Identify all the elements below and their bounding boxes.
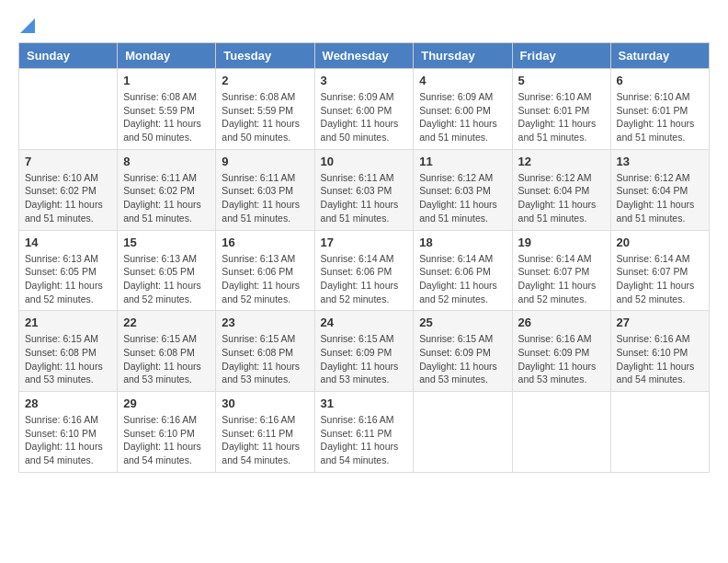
calendar-cell: 4Sunrise: 6:09 AM Sunset: 6:00 PM Daylig…: [414, 69, 512, 150]
calendar-cell: 22Sunrise: 6:15 AM Sunset: 6:08 PM Dayli…: [118, 311, 216, 392]
day-number: 5: [518, 74, 605, 87]
day-number: 26: [518, 316, 605, 329]
calendar-day-header: Wednesday: [314, 43, 414, 69]
calendar-cell: 27Sunrise: 6:16 AM Sunset: 6:10 PM Dayli…: [610, 311, 709, 392]
calendar-cell: [512, 392, 610, 473]
calendar-cell: 14Sunrise: 6:13 AM Sunset: 6:05 PM Dayli…: [19, 230, 118, 311]
day-info: Sunrise: 6:16 AM Sunset: 6:10 PM Dayligh…: [25, 413, 111, 467]
day-info: Sunrise: 6:13 AM Sunset: 6:05 PM Dayligh…: [25, 252, 111, 306]
day-info: Sunrise: 6:15 AM Sunset: 6:08 PM Dayligh…: [123, 332, 210, 386]
logo-arrow-icon: [20, 18, 35, 37]
calendar-cell: 12Sunrise: 6:12 AM Sunset: 6:04 PM Dayli…: [512, 149, 610, 230]
day-info: Sunrise: 6:10 AM Sunset: 6:01 PM Dayligh…: [518, 90, 605, 144]
header: [18, 18, 710, 33]
calendar-cell: 16Sunrise: 6:13 AM Sunset: 6:06 PM Dayli…: [216, 230, 314, 311]
calendar-day-header: Saturday: [610, 43, 709, 69]
calendar-cell: 19Sunrise: 6:14 AM Sunset: 6:07 PM Dayli…: [512, 230, 610, 311]
calendar-week-row: 28Sunrise: 6:16 AM Sunset: 6:10 PM Dayli…: [19, 392, 710, 473]
calendar-cell: 6Sunrise: 6:10 AM Sunset: 6:01 PM Daylig…: [610, 69, 709, 150]
day-info: Sunrise: 6:12 AM Sunset: 6:04 PM Dayligh…: [617, 171, 703, 225]
day-info: Sunrise: 6:15 AM Sunset: 6:08 PM Dayligh…: [222, 332, 308, 386]
day-number: 21: [25, 316, 111, 329]
day-info: Sunrise: 6:16 AM Sunset: 6:10 PM Dayligh…: [617, 332, 703, 386]
day-number: 1: [123, 74, 210, 87]
calendar-cell: 15Sunrise: 6:13 AM Sunset: 6:05 PM Dayli…: [118, 230, 216, 311]
day-info: Sunrise: 6:08 AM Sunset: 5:59 PM Dayligh…: [222, 90, 308, 144]
calendar-cell: 24Sunrise: 6:15 AM Sunset: 6:09 PM Dayli…: [314, 311, 414, 392]
calendar-cell: 23Sunrise: 6:15 AM Sunset: 6:08 PM Dayli…: [216, 311, 314, 392]
calendar-cell: 5Sunrise: 6:10 AM Sunset: 6:01 PM Daylig…: [512, 69, 610, 150]
calendar-table: SundayMondayTuesdayWednesdayThursdayFrid…: [18, 42, 710, 473]
calendar-day-header: Thursday: [414, 43, 512, 69]
day-info: Sunrise: 6:10 AM Sunset: 6:02 PM Dayligh…: [25, 171, 111, 225]
calendar-cell: 3Sunrise: 6:09 AM Sunset: 6:00 PM Daylig…: [314, 69, 414, 150]
calendar-cell: 20Sunrise: 6:14 AM Sunset: 6:07 PM Dayli…: [610, 230, 709, 311]
day-info: Sunrise: 6:15 AM Sunset: 6:08 PM Dayligh…: [25, 332, 111, 386]
day-number: 11: [419, 155, 506, 168]
day-info: Sunrise: 6:12 AM Sunset: 6:04 PM Dayligh…: [518, 171, 605, 225]
calendar-cell: 11Sunrise: 6:12 AM Sunset: 6:03 PM Dayli…: [414, 149, 512, 230]
calendar-day-header: Monday: [118, 43, 216, 69]
day-number: 6: [617, 74, 703, 87]
day-info: Sunrise: 6:16 AM Sunset: 6:11 PM Dayligh…: [321, 413, 408, 467]
day-number: 25: [419, 316, 506, 329]
calendar-cell: 28Sunrise: 6:16 AM Sunset: 6:10 PM Dayli…: [19, 392, 118, 473]
day-info: Sunrise: 6:09 AM Sunset: 6:00 PM Dayligh…: [419, 90, 506, 144]
day-number: 19: [518, 236, 605, 249]
day-number: 9: [222, 155, 308, 168]
day-info: Sunrise: 6:16 AM Sunset: 6:09 PM Dayligh…: [518, 332, 605, 386]
calendar-cell: 21Sunrise: 6:15 AM Sunset: 6:08 PM Dayli…: [19, 311, 118, 392]
calendar-body: 1Sunrise: 6:08 AM Sunset: 5:59 PM Daylig…: [19, 69, 710, 473]
day-info: Sunrise: 6:15 AM Sunset: 6:09 PM Dayligh…: [321, 332, 408, 386]
day-info: Sunrise: 6:12 AM Sunset: 6:03 PM Dayligh…: [419, 171, 506, 225]
day-number: 12: [518, 155, 605, 168]
day-info: Sunrise: 6:14 AM Sunset: 6:06 PM Dayligh…: [419, 252, 506, 306]
day-number: 31: [321, 396, 408, 410]
svg-marker-0: [20, 18, 35, 33]
day-info: Sunrise: 6:16 AM Sunset: 6:10 PM Dayligh…: [123, 413, 210, 467]
day-info: Sunrise: 6:16 AM Sunset: 6:11 PM Dayligh…: [222, 413, 308, 467]
day-info: Sunrise: 6:11 AM Sunset: 6:03 PM Dayligh…: [321, 171, 408, 225]
calendar-cell: 1Sunrise: 6:08 AM Sunset: 5:59 PM Daylig…: [118, 69, 216, 150]
calendar-cell: [610, 392, 709, 473]
day-number: 29: [123, 396, 210, 410]
day-number: 16: [222, 236, 308, 249]
day-info: Sunrise: 6:13 AM Sunset: 6:05 PM Dayligh…: [123, 252, 210, 306]
calendar-cell: 7Sunrise: 6:10 AM Sunset: 6:02 PM Daylig…: [19, 149, 118, 230]
calendar-cell: 8Sunrise: 6:11 AM Sunset: 6:02 PM Daylig…: [118, 149, 216, 230]
calendar-week-row: 14Sunrise: 6:13 AM Sunset: 6:05 PM Dayli…: [19, 230, 710, 311]
calendar-cell: 26Sunrise: 6:16 AM Sunset: 6:09 PM Dayli…: [512, 311, 610, 392]
day-number: 14: [25, 236, 111, 249]
day-number: 4: [419, 74, 506, 87]
calendar-cell: 30Sunrise: 6:16 AM Sunset: 6:11 PM Dayli…: [216, 392, 314, 473]
calendar-week-row: 1Sunrise: 6:08 AM Sunset: 5:59 PM Daylig…: [19, 69, 710, 150]
day-number: 28: [25, 396, 111, 410]
logo: [18, 18, 35, 33]
day-number: 17: [321, 236, 408, 249]
day-info: Sunrise: 6:09 AM Sunset: 6:00 PM Dayligh…: [321, 90, 408, 144]
calendar-cell: 9Sunrise: 6:11 AM Sunset: 6:03 PM Daylig…: [216, 149, 314, 230]
day-info: Sunrise: 6:11 AM Sunset: 6:03 PM Dayligh…: [222, 171, 308, 225]
day-number: 24: [321, 316, 408, 329]
calendar-cell: 13Sunrise: 6:12 AM Sunset: 6:04 PM Dayli…: [610, 149, 709, 230]
calendar-day-header: Friday: [512, 43, 610, 69]
day-info: Sunrise: 6:10 AM Sunset: 6:01 PM Dayligh…: [617, 90, 703, 144]
day-info: Sunrise: 6:14 AM Sunset: 6:07 PM Dayligh…: [518, 252, 605, 306]
calendar-cell: 2Sunrise: 6:08 AM Sunset: 5:59 PM Daylig…: [216, 69, 314, 150]
calendar-week-row: 7Sunrise: 6:10 AM Sunset: 6:02 PM Daylig…: [19, 149, 710, 230]
calendar-week-row: 21Sunrise: 6:15 AM Sunset: 6:08 PM Dayli…: [19, 311, 710, 392]
calendar-cell: [414, 392, 512, 473]
calendar-day-header: Tuesday: [216, 43, 314, 69]
calendar-cell: 18Sunrise: 6:14 AM Sunset: 6:06 PM Dayli…: [414, 230, 512, 311]
day-number: 30: [222, 396, 308, 410]
day-number: 22: [123, 316, 210, 329]
day-number: 20: [617, 236, 703, 249]
day-number: 2: [222, 74, 308, 87]
calendar-cell: 25Sunrise: 6:15 AM Sunset: 6:09 PM Dayli…: [414, 311, 512, 392]
day-info: Sunrise: 6:13 AM Sunset: 6:06 PM Dayligh…: [222, 252, 308, 306]
day-number: 7: [25, 155, 111, 168]
day-info: Sunrise: 6:15 AM Sunset: 6:09 PM Dayligh…: [419, 332, 506, 386]
calendar-cell: 31Sunrise: 6:16 AM Sunset: 6:11 PM Dayli…: [314, 392, 414, 473]
day-info: Sunrise: 6:14 AM Sunset: 6:06 PM Dayligh…: [321, 252, 408, 306]
day-number: 13: [617, 155, 703, 168]
